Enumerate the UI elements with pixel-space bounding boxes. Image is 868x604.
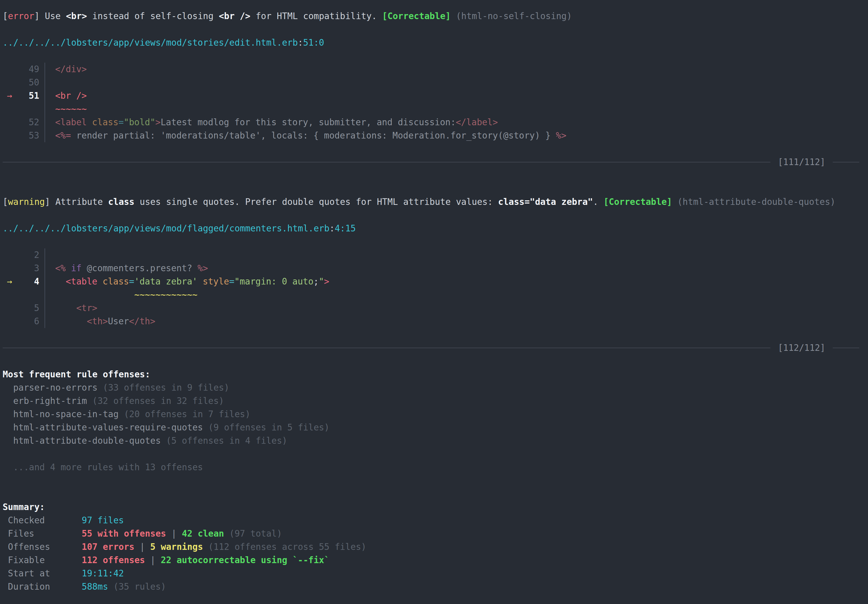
text-segment: <% <box>55 263 66 273</box>
line-number: 3 <box>34 263 39 273</box>
blank-line <box>3 354 859 368</box>
text-segment: Use <box>45 9 66 23</box>
text-segment: %> <box>197 263 208 273</box>
blank-line <box>3 142 859 155</box>
text-segment <box>87 117 92 127</box>
code-line-5: 5 <tr> <box>3 301 859 315</box>
text-segment <box>3 434 13 447</box>
text-segment: . <box>593 195 603 209</box>
rule-offense-item: html-attribute-values-require-quotes (9 … <box>3 421 859 434</box>
rule-name: html-no-space-in-tag <box>13 408 119 421</box>
summary-label: Fixable <box>3 554 82 567</box>
file-path[interactable]: ../../../../lobsters/app/views/mod/stori… <box>3 36 859 50</box>
gutter: 5 <box>3 301 39 315</box>
text-segment <box>3 408 13 421</box>
gutter: 50 <box>3 76 39 89</box>
rule-name: erb-right-trim <box>13 394 87 408</box>
text-segment: </div> <box>55 64 87 74</box>
text-segment <box>3 381 13 394</box>
text-segment: = <box>129 276 134 287</box>
gutter: 6 <box>3 315 39 328</box>
text-segment <box>166 527 171 540</box>
text-segment: <br> <box>66 9 87 23</box>
offense-separator-112: [112/112] <box>3 341 859 354</box>
offending-code: <br /> <box>55 90 87 101</box>
text-segment: : <box>330 222 335 235</box>
warning-count: 5 warnings <box>150 540 203 554</box>
code-content: <%= render partial: 'moderations/table',… <box>45 129 859 142</box>
text-segment <box>197 276 203 287</box>
rule-count: (20 offenses in 7 files) <box>124 408 250 421</box>
text-segment: ] <box>34 9 45 23</box>
error-count: 107 errors <box>82 540 135 554</box>
summary-row-offenses: Offenses 107 errors | 5 warnings (112 of… <box>3 540 859 554</box>
text-segment: instead of self-closing <box>87 9 219 23</box>
text-segment: <br /> <box>219 9 250 23</box>
text-segment: <table <box>66 276 98 287</box>
text-segment <box>451 9 456 23</box>
text-segment <box>66 263 71 273</box>
rule-id: (html-no-self-closing) <box>456 9 572 23</box>
autocorrectable-count: 22 autocorrectable using `--fix` <box>161 554 330 567</box>
rule-offenses-heading: Most frequent rule offenses: <box>3 368 859 381</box>
code-line-52: 52<label class="bold">Latest modlog for … <box>3 116 859 129</box>
blank-line <box>3 169 859 182</box>
code-line-51: →51<br /> <box>3 89 859 102</box>
text-segment: > <box>155 117 161 127</box>
code-content: <tr> <box>45 301 859 315</box>
code-line-4: →4 <table class='data zebra' style="marg… <box>3 275 859 288</box>
rule-offense-item: html-attribute-double-quotes (5 offenses… <box>3 434 859 447</box>
offense-pointer-arrow: → <box>7 275 12 288</box>
rule-name: html-attribute-values-require-quotes <box>13 421 203 434</box>
text-segment: | <box>171 527 177 540</box>
text-segment: for HTML compatibility. <box>250 9 382 23</box>
text-segment <box>135 540 140 554</box>
offense-total: (112 offenses across 55 files) <box>208 540 366 554</box>
duration-value: 588ms <box>82 580 108 593</box>
gutter <box>3 102 39 116</box>
line-number: 53 <box>29 130 39 141</box>
more-rules-text: ...and 4 more rules with 13 offenses <box>13 461 203 474</box>
line-number: 6 <box>34 316 39 326</box>
text-segment <box>155 554 161 567</box>
rule-count: (5 offenses in 4 files) <box>166 434 287 447</box>
summary-label: Start at <box>3 567 82 580</box>
summary-label: Checked <box>3 514 82 527</box>
code-content: <table class='data zebra' style="margin:… <box>45 275 859 288</box>
text-segment: <label <box>55 117 87 127</box>
text-segment: %> <box>556 130 566 141</box>
rule-name: html-attribute-double-quotes <box>13 434 161 447</box>
severity-warning: warning <box>8 195 45 209</box>
severity-error: error <box>8 9 34 23</box>
separator-line <box>833 348 859 348</box>
text-segment: Latest modlog for this story, submitter,… <box>161 117 456 127</box>
blank-line <box>3 209 859 222</box>
gutter: 3 <box>3 262 39 275</box>
file-position: 51:0 <box>303 36 324 50</box>
line-number: 4 <box>34 276 39 287</box>
text-segment: "bold" <box>124 117 155 127</box>
code-content: <br /> <box>45 89 859 102</box>
rule-id: (html-attribute-double-quotes) <box>677 195 835 209</box>
correctable-badge: [Correctable] <box>382 9 451 23</box>
code-content <box>45 248 859 262</box>
text-segment: | <box>150 554 155 567</box>
text-segment <box>3 421 13 434</box>
code-content: </div> <box>45 63 859 76</box>
blank-line <box>3 328 859 341</box>
more-rules-note: ...and 4 more rules with 13 offenses <box>3 461 859 474</box>
blank-line <box>3 23 859 36</box>
text-segment <box>87 394 92 408</box>
gutter: 52 <box>3 116 39 129</box>
text-segment: </th> <box>129 316 155 326</box>
file-path[interactable]: ../../../../lobsters/app/views/mod/flagg… <box>3 222 859 235</box>
text-segment: class <box>103 276 129 287</box>
rule-offense-item: html-no-space-in-tag (20 offenses in 7 f… <box>3 408 859 421</box>
offending-code: 'data zebra' <box>134 276 197 287</box>
summary-row-duration: Duration 588ms (35 rules) <box>3 580 859 593</box>
file-path-text: ../../../../lobsters/app/views/mod/stori… <box>3 36 298 50</box>
summary-row-files: Files 55 with offenses | 42 clean (97 to… <box>3 527 859 540</box>
text-segment <box>55 303 76 313</box>
gutter <box>3 288 39 301</box>
file-position: 4:15 <box>335 222 356 235</box>
